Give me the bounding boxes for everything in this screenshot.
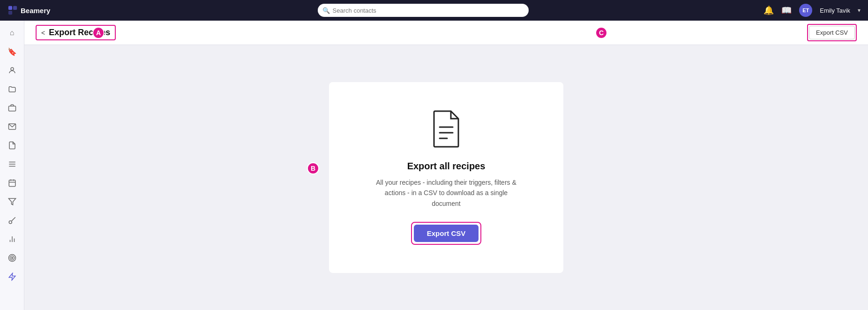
svg-rect-0 bbox=[8, 6, 12, 10]
page-header-right: Export CSV bbox=[807, 24, 857, 41]
app-name: Beamery bbox=[21, 7, 50, 15]
contacts-icon bbox=[8, 66, 16, 75]
search-icon: 🔍 bbox=[322, 7, 330, 14]
target-icon bbox=[8, 254, 16, 262]
sidebar-item-automation[interactable] bbox=[4, 268, 21, 285]
content-area: Export all recipes All your recipes - in… bbox=[24, 45, 868, 310]
user-name: Emily Tavik bbox=[820, 7, 850, 14]
reading-list-icon[interactable]: 📖 bbox=[781, 5, 792, 15]
main-wrapper: < Export Recipes Export CSV bbox=[24, 21, 868, 310]
export-csv-header-button[interactable]: Export CSV bbox=[809, 26, 855, 39]
back-button[interactable]: < bbox=[41, 29, 45, 37]
export-csv-button[interactable]: Export CSV bbox=[414, 225, 479, 242]
lightning-icon bbox=[8, 272, 16, 281]
svg-point-14 bbox=[9, 221, 12, 224]
sidebar-item-bookmarks[interactable]: 🔖 bbox=[4, 43, 21, 60]
sidebar-item-keys[interactable] bbox=[4, 212, 21, 229]
sidebar-item-email[interactable] bbox=[4, 118, 21, 135]
top-navigation: Beamery 🔍 🔔 📖 ET Emily Tavik ▾ bbox=[0, 0, 868, 21]
sidebar-item-filter[interactable] bbox=[4, 193, 21, 210]
search-box: 🔍 bbox=[318, 4, 529, 17]
svg-marker-21 bbox=[9, 273, 15, 280]
export-description: All your recipes - including their trigg… bbox=[371, 177, 521, 209]
file-icon-wrapper bbox=[429, 110, 463, 150]
svg-point-20 bbox=[11, 257, 13, 259]
svg-point-19 bbox=[10, 256, 14, 260]
list-icon bbox=[8, 160, 16, 168]
svg-rect-4 bbox=[8, 106, 15, 111]
sidebar-item-home[interactable]: ⌂ bbox=[4, 24, 21, 41]
sidebar-item-target[interactable] bbox=[4, 250, 21, 266]
export-title: Export all recipes bbox=[407, 161, 486, 172]
sidebar-item-calendar[interactable] bbox=[4, 174, 21, 191]
filter-icon bbox=[8, 197, 16, 206]
sidebar-item-folders[interactable] bbox=[4, 81, 21, 98]
svg-rect-1 bbox=[13, 6, 17, 10]
app-logo: Beamery bbox=[7, 5, 82, 15]
document-icon bbox=[429, 110, 463, 148]
notifications-icon[interactable]: 🔔 bbox=[763, 5, 774, 15]
sidebar-item-documents[interactable] bbox=[4, 137, 21, 154]
user-initials: ET bbox=[802, 8, 809, 13]
svg-marker-13 bbox=[8, 198, 15, 205]
sidebar-item-jobs[interactable] bbox=[4, 99, 21, 116]
label-b: B bbox=[307, 162, 319, 174]
label-c: C bbox=[595, 27, 607, 39]
topnav-right: 🔔 📖 ET Emily Tavik ▾ bbox=[763, 4, 861, 17]
search-container: 🔍 bbox=[82, 4, 763, 17]
search-input[interactable] bbox=[333, 7, 524, 14]
avatar[interactable]: ET bbox=[799, 4, 812, 17]
svg-rect-9 bbox=[9, 180, 15, 187]
calendar-icon bbox=[8, 179, 16, 187]
export-csv-btn-wrapper: Export CSV bbox=[411, 222, 482, 245]
label-a: A bbox=[92, 27, 105, 39]
user-menu-chevron-icon[interactable]: ▾ bbox=[858, 7, 861, 14]
export-csv-header-wrapper: Export CSV bbox=[807, 24, 857, 41]
sidebar-item-contacts[interactable] bbox=[4, 62, 21, 79]
export-card: Export all recipes All your recipes - in… bbox=[329, 82, 563, 273]
bar-chart-icon bbox=[8, 235, 16, 243]
briefcase-icon bbox=[8, 104, 16, 112]
file-icon bbox=[8, 141, 16, 150]
svg-rect-2 bbox=[8, 11, 12, 15]
page-header: < Export Recipes Export CSV bbox=[24, 21, 868, 45]
svg-point-3 bbox=[11, 68, 14, 70]
sidebar-item-list[interactable] bbox=[4, 156, 21, 173]
sidebar-item-analytics[interactable] bbox=[4, 231, 21, 248]
key-icon bbox=[8, 216, 16, 225]
beamery-logo-icon bbox=[7, 5, 18, 15]
folder-icon bbox=[8, 85, 16, 93]
email-icon bbox=[8, 122, 16, 131]
sidebar: ⌂ 🔖 bbox=[0, 21, 24, 310]
